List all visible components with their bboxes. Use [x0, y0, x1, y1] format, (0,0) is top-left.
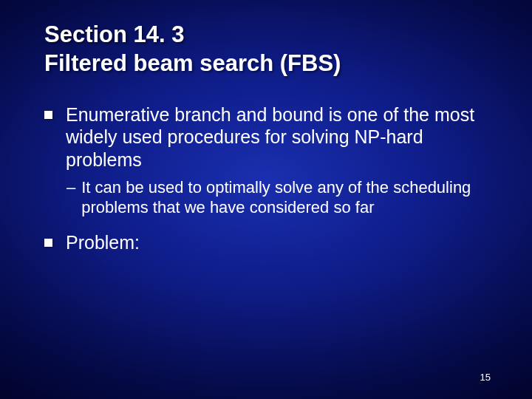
page-number: 15 — [480, 372, 491, 383]
bullet-text: Enumerative branch and bound is one of t… — [66, 103, 488, 171]
dash-bullet-icon: – — [66, 178, 75, 198]
slide-body: Enumerative branch and bound is one of t… — [44, 103, 488, 254]
bullet-item: Enumerative branch and bound is one of t… — [44, 103, 488, 171]
sub-bullet-item: – It can be used to optimally solve any … — [66, 178, 488, 218]
title-line-1: Section 14. 3 — [44, 21, 488, 50]
square-bullet-icon — [44, 239, 52, 247]
square-bullet-icon — [44, 111, 52, 119]
slide: Section 14. 3 Filtered beam search (FBS)… — [0, 0, 532, 399]
slide-title: Section 14. 3 Filtered beam search (FBS) — [44, 21, 488, 78]
sub-bullet-text: It can be used to optimally solve any of… — [81, 178, 488, 218]
title-line-2: Filtered beam search (FBS) — [44, 50, 488, 78]
bullet-text: Problem: — [66, 231, 488, 254]
bullet-item: Problem: — [44, 231, 488, 254]
